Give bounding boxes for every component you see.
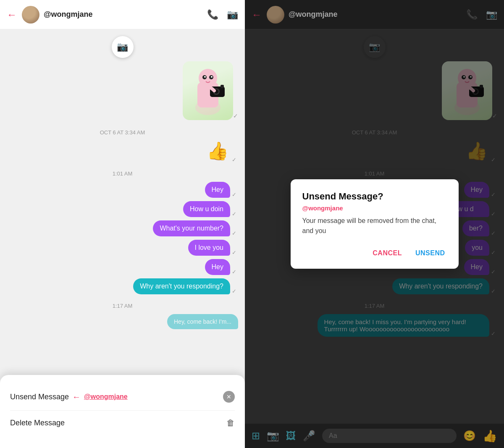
bubble-iloveyou: I love you xyxy=(188,240,230,256)
header-left: ← @wongmjane 📞 📷 xyxy=(0,0,245,29)
check-number: ✓ xyxy=(232,230,236,236)
unsend-mention: @wongmjane xyxy=(84,393,128,401)
sticker-area-left: 📷 xyxy=(7,36,238,120)
check-iloveyou: ✓ xyxy=(232,249,236,256)
sticker-image-left xyxy=(183,61,233,120)
read-receipt-1: ✓ xyxy=(233,113,238,119)
svg-point-2 xyxy=(199,69,217,87)
bubble-howudoin: How u doin xyxy=(183,201,230,217)
unsend-button[interactable]: UNSEND xyxy=(414,246,447,260)
timestamp-117-left: 1:17 AM xyxy=(7,303,238,309)
modal-body: Your message will be removed from the ch… xyxy=(302,216,447,236)
bubble-hey2: Hey xyxy=(205,259,230,275)
check-hey2: ✓ xyxy=(232,269,236,275)
bubble-whynotresponding: Why aren't you responding? xyxy=(133,278,230,294)
msg-row-long-partial: Hey, come back! I'm... xyxy=(7,314,238,329)
msg-row-hey1: Hey ✓ xyxy=(7,182,238,198)
bottom-sheet: Unsend Message ← @wongmjane ✕ Delete Mes… xyxy=(0,375,245,448)
msg-row-hey2: Hey ✓ xyxy=(7,259,238,275)
trash-icon: 🗑 xyxy=(226,418,235,428)
bubble-number: What's your number? xyxy=(153,220,230,236)
unsend-arrow-icon: ← xyxy=(72,392,81,402)
check-howudoin: ✓ xyxy=(232,211,236,217)
bubble-hey1: Hey xyxy=(205,182,230,198)
msg-row-number: What's your number? ✓ xyxy=(7,220,238,236)
svg-point-6 xyxy=(211,76,213,78)
like-emoji-left: 👍 xyxy=(207,141,228,161)
timestamp-101-left: 1:01 AM xyxy=(7,170,238,177)
delete-label: Delete Message xyxy=(10,419,65,427)
check-hey1: ✓ xyxy=(232,191,236,198)
unsend-label: Unsend Message xyxy=(10,393,69,401)
modal-actions: CANCEL UNSEND xyxy=(302,246,447,260)
msg-row-iloveyou: I love you ✓ xyxy=(7,240,238,256)
svg-point-5 xyxy=(204,76,206,78)
msg-row-howudoin: How u doin ✓ xyxy=(7,201,238,217)
sheet-unsend-item[interactable]: Unsend Message ← @wongmjane ✕ xyxy=(10,383,235,411)
header-icons-left: 📞 📷 xyxy=(207,9,238,20)
left-panel: ← @wongmjane 📞 📷 📷 xyxy=(0,0,245,448)
sheet-delete-item[interactable]: Delete Message 🗑 xyxy=(10,411,235,435)
phone-icon-left[interactable]: 📞 xyxy=(207,9,218,20)
unsend-modal: Unsend Message? @wongmjane Your message … xyxy=(291,179,459,269)
avatar-left xyxy=(22,6,39,24)
modal-subtitle: @wongmjane xyxy=(302,204,447,212)
unsend-row: Unsend Message ← @wongmjane xyxy=(10,392,128,402)
right-panel: ← @wongmjane 📞 📷 📷 xyxy=(245,0,504,448)
modal-title: Unsend Message? xyxy=(302,191,447,202)
close-unsend-icon: ✕ xyxy=(226,393,231,400)
bubble-long-partial: Hey, come back! I'm... xyxy=(167,314,238,329)
modal-overlay: Unsend Message? @wongmjane Your message … xyxy=(245,0,504,448)
video-icon-left[interactable]: 📷 xyxy=(227,9,238,20)
check-whynotresponding: ✓ xyxy=(232,288,236,294)
timestamp-oct6-left: OCT 6 AT 3:34 AM xyxy=(7,129,238,136)
username-left: @wongmjane xyxy=(44,10,207,19)
msg-row-whynotresponding: Why aren't you responding? ✓ xyxy=(7,278,238,294)
back-button-left[interactable]: ← xyxy=(7,9,17,21)
like-check-left: ✓ xyxy=(232,157,236,163)
camera-button-left[interactable]: 📷 xyxy=(112,36,134,58)
close-unsend-button[interactable]: ✕ xyxy=(223,391,235,403)
svg-rect-10 xyxy=(220,85,224,88)
cancel-button[interactable]: CANCEL xyxy=(371,246,404,260)
